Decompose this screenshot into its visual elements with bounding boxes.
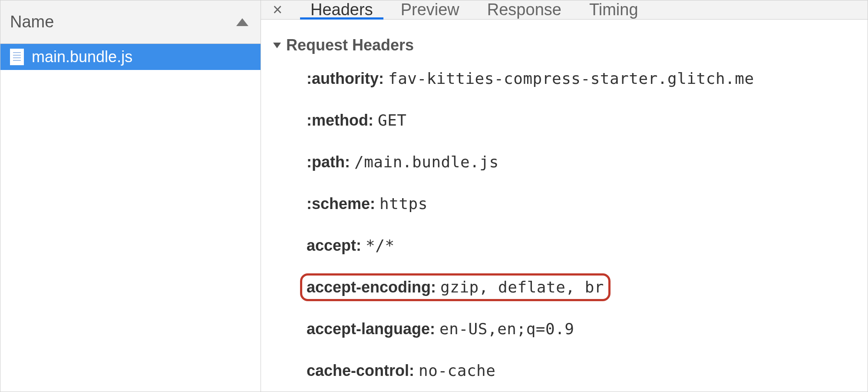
network-request-list: Name main.bundle.js xyxy=(0,0,261,392)
request-headers-title: Request Headers xyxy=(286,36,414,54)
header-cache-control: cache-control: no-cache xyxy=(300,357,502,385)
header-name: :method: xyxy=(307,111,373,129)
header-value: GET xyxy=(378,111,407,129)
header-accept-language: accept-language: en-US,en;q=0.9 xyxy=(300,315,581,343)
name-column-label: Name xyxy=(10,13,236,31)
header-value: gzip, deflate, br xyxy=(440,278,604,296)
header-value: https xyxy=(380,195,428,213)
file-icon xyxy=(10,49,24,65)
header-value: en-US,en;q=0.9 xyxy=(439,320,574,338)
tab-timing[interactable]: Timing xyxy=(586,0,642,19)
tab-response[interactable]: Response xyxy=(484,0,565,19)
sort-ascending-icon xyxy=(236,18,248,26)
header-name: :scheme: xyxy=(307,195,375,213)
caret-down-icon xyxy=(273,43,281,48)
request-details-panel: × Headers Preview Response Timing Reques… xyxy=(261,0,868,392)
header-name: accept: xyxy=(307,236,361,254)
close-icon[interactable]: × xyxy=(269,0,286,19)
header-value: /main.bundle.js xyxy=(354,153,499,171)
request-name: main.bundle.js xyxy=(32,48,132,66)
header-path: :path: /main.bundle.js xyxy=(300,148,505,176)
header-name: accept-language: xyxy=(307,320,435,338)
tab-headers[interactable]: Headers xyxy=(307,0,376,19)
details-tabs: × Headers Preview Response Timing xyxy=(261,0,868,20)
header-accept-encoding: accept-encoding: gzip, deflate, br xyxy=(300,273,611,301)
header-list: :authority: fav-kitties-compress-starter… xyxy=(273,65,855,392)
header-value: fav-kitties-compress-starter.glitch.me xyxy=(388,70,754,87)
header-authority: :authority: fav-kitties-compress-starter… xyxy=(300,65,761,93)
header-scheme: :scheme: https xyxy=(300,190,434,218)
tab-preview[interactable]: Preview xyxy=(397,0,463,19)
request-row-main-bundle-js[interactable]: main.bundle.js xyxy=(0,44,261,70)
header-value: */* xyxy=(366,236,395,254)
header-name: cache-control: xyxy=(307,362,414,379)
header-accept: accept: */* xyxy=(300,232,401,259)
header-name: :path: xyxy=(307,153,350,171)
request-headers-section: Request Headers :authority: fav-kitties-… xyxy=(261,20,868,392)
header-value: no-cache xyxy=(419,362,495,379)
name-column-header[interactable]: Name xyxy=(0,0,261,44)
request-headers-toggle[interactable]: Request Headers xyxy=(273,36,855,54)
header-method: :method: GET xyxy=(300,106,413,134)
header-name: accept-encoding: xyxy=(307,278,436,296)
header-name: :authority: xyxy=(307,70,384,87)
